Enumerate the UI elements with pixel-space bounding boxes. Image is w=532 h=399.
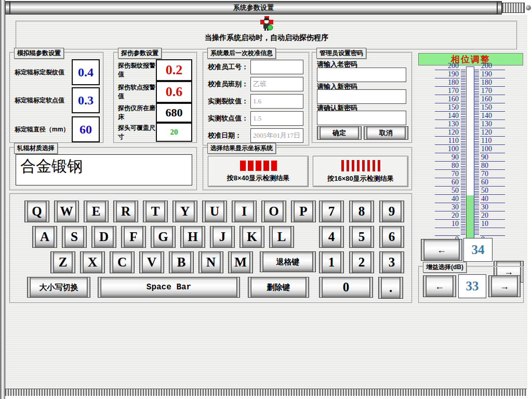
key-a[interactable]: A: [32, 226, 57, 248]
group-title: 轧辊材质选择: [14, 143, 58, 154]
param-value-box[interactable]: 680: [156, 103, 192, 123]
key-c[interactable]: C: [110, 251, 135, 273]
calibration-value-box[interactable]: 乙班: [250, 77, 303, 91]
titlebar-left-cap: [5, 1, 10, 15]
key-n[interactable]: N: [198, 251, 223, 273]
param-label: 探伤仪所在磨床: [118, 104, 156, 122]
coord-16x80-button[interactable]: 按16×80显示检测结果: [313, 156, 408, 187]
key-y[interactable]: Y: [172, 201, 197, 222]
param-value-box[interactable]: 0.6: [156, 81, 192, 103]
key-e[interactable]: E: [84, 201, 109, 222]
red-bar: [240, 161, 246, 171]
param-value-box[interactable]: 0.3: [72, 87, 100, 113]
key-r[interactable]: R: [113, 201, 138, 222]
calibration-row: 校准员班别：乙班: [208, 77, 303, 91]
key-8[interactable]: 8: [349, 201, 374, 222]
key-q[interactable]: Q: [24, 201, 49, 222]
param-value-box[interactable]: 0.4: [72, 59, 100, 85]
key-z[interactable]: Z: [50, 251, 75, 273]
key-7[interactable]: 7: [319, 201, 344, 222]
phase-slider-track[interactable]: [466, 66, 474, 239]
calibration-value-box[interactable]: 1.6: [250, 94, 303, 109]
new-password-input[interactable]: [317, 89, 406, 104]
group-title: 探伤参数设置: [118, 48, 162, 59]
key-j[interactable]: J: [210, 226, 235, 248]
autostart-info-box: 当操作系统启动时，自动启动探伤程序: [16, 21, 517, 50]
phase-ticks-left: [461, 70, 466, 236]
phase-scale-label: 150: [435, 104, 460, 112]
phase-scale-label: 80: [435, 162, 460, 170]
autostart-toggle[interactable]: 当操作系统启动时，自动启动探伤程序: [205, 16, 328, 43]
key-v[interactable]: V: [139, 251, 164, 273]
calibration-value-box[interactable]: 1.5: [250, 111, 303, 126]
titlebar[interactable]: 系统参数设置: [5, 1, 531, 15]
phase-scale-label: 100: [435, 145, 460, 153]
key-2[interactable]: 2: [349, 251, 374, 273]
gain-increase-button[interactable]: →: [488, 275, 521, 297]
phase-scale-label: 30: [480, 204, 505, 211]
key-1[interactable]: 1: [319, 251, 344, 273]
param-value-box[interactable]: 20: [156, 123, 192, 142]
key-s[interactable]: S: [62, 226, 87, 248]
key-9[interactable]: 9: [379, 201, 404, 222]
red-bar: [378, 160, 380, 171]
key-case-switch[interactable]: 大小写切换: [27, 277, 90, 298]
key-p[interactable]: P: [291, 201, 316, 222]
autostart-label: 当操作系统启动时，自动启动探伤程序: [205, 33, 328, 43]
key-5[interactable]: 5: [349, 226, 374, 248]
key-delete[interactable]: 删除键: [248, 277, 309, 298]
key-dot[interactable]: .: [378, 277, 403, 299]
key-6[interactable]: 6: [379, 226, 404, 248]
param-value-box[interactable]: 60: [72, 116, 100, 142]
calibration-value-box[interactable]: 2005年01月17日: [250, 128, 303, 143]
key-u[interactable]: U: [202, 201, 227, 222]
red-bar: [352, 160, 354, 171]
key-t[interactable]: T: [143, 201, 168, 222]
group-detect-params: 探伤参数设置 探伤裂纹报警值0.2探伤软点报警值0.6探伤仪所在磨床680探头可…: [113, 52, 197, 143]
phase-slider-fill: [467, 195, 474, 238]
key-l[interactable]: L: [269, 226, 294, 248]
phase-scale-label: 70: [480, 170, 505, 178]
phase-decrease-button[interactable]: ←: [421, 239, 462, 261]
phase-value-box[interactable]: 34: [463, 238, 493, 262]
gain-value-box[interactable]: 33: [458, 274, 486, 298]
password-ok-button[interactable]: 确定: [317, 126, 362, 140]
key-backspace[interactable]: 退格键: [260, 251, 316, 272]
calibration-label: 校准员工号：: [208, 62, 250, 72]
key-f[interactable]: F: [121, 226, 146, 248]
key-k[interactable]: K: [240, 226, 264, 248]
key-0[interactable]: 0: [319, 277, 373, 298]
calibration-label: 校准员班别：: [208, 79, 250, 89]
window-title: 系统参数设置: [233, 3, 274, 12]
key-h[interactable]: H: [180, 226, 205, 248]
calibration-value-box[interactable]: [250, 60, 303, 74]
phase-scale-label: 40: [480, 195, 505, 203]
phase-scale-label: 20: [435, 212, 460, 220]
key-3[interactable]: 3: [379, 251, 404, 273]
key-m[interactable]: M: [228, 251, 253, 273]
key-b[interactable]: B: [169, 251, 194, 273]
password-cancel-button[interactable]: 取消: [364, 126, 408, 140]
key-d[interactable]: D: [91, 226, 116, 248]
confirm-password-input[interactable]: [317, 111, 406, 125]
phase-scale-label: 50: [435, 187, 460, 195]
key-i[interactable]: I: [232, 201, 257, 222]
key-o[interactable]: O: [261, 201, 286, 222]
old-password-input[interactable]: [317, 68, 406, 82]
window-left-edge: [0, 0, 5, 399]
red-bar: [362, 160, 365, 171]
param-row: 标定辊标定软点值0.3: [15, 87, 100, 113]
key-x[interactable]: X: [80, 251, 105, 273]
phase-scale-right: 2001901801701601501401301201101009080706…: [480, 66, 505, 239]
group-title: 增益选择(dB): [423, 262, 467, 273]
phase-scale-label: 200: [480, 62, 505, 70]
coord-8x40-button[interactable]: 按8×40显示检测结果: [208, 156, 309, 187]
param-value-box[interactable]: 0.2: [156, 59, 192, 81]
material-select-box[interactable]: 合金锻钢: [16, 154, 192, 185]
key-g[interactable]: G: [151, 226, 176, 248]
key-4[interactable]: 4: [319, 226, 344, 248]
key-w[interactable]: W: [54, 201, 79, 222]
gain-decrease-button[interactable]: ←: [423, 275, 456, 297]
phase-adjust-header: 相位调整: [418, 53, 523, 65]
key-space[interactable]: Space Bar: [98, 277, 240, 298]
